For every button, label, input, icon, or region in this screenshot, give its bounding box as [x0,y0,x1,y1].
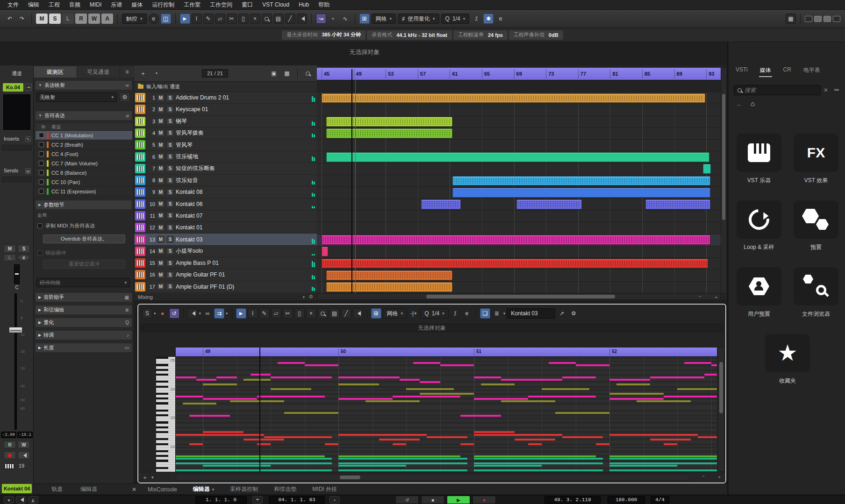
quantize-panel-icon[interactable]: e [462,308,472,319]
cc-row[interactable]: CC 4 (Foot) [36,149,132,159]
automation-M-button[interactable]: M [36,14,48,24]
scrollbar-thumb[interactable] [340,476,360,479]
midi-clip[interactable] [703,164,711,174]
quantize-panel-icon[interactable]: e [495,14,506,24]
chevron-down-icon[interactable]: ▾ [303,295,305,299]
midi-note[interactable] [481,383,515,385]
track-mute-button[interactable]: M [157,271,165,278]
scrollbar-thumb[interactable] [722,94,725,220]
midi-note[interactable] [609,393,664,395]
track-row[interactable]: 10MSKontakt 06 [134,199,317,210]
scrollbar-thumb[interactable] [719,362,723,413]
track-row[interactable]: 17MSAmple Guitar PF 01 (D) [134,281,317,293]
track-mute-button[interactable]: M [157,212,165,219]
track-solo-button[interactable]: S [166,283,174,290]
split-tool[interactable]: ✂ [227,14,237,24]
midi-note[interactable] [338,469,467,471]
midi-note[interactable] [176,455,325,457]
lock-icon[interactable]: ▪ [329,496,340,504]
midi-note[interactable] [176,462,332,464]
glue-tool[interactable]: ▯ [238,14,249,24]
zone-tab-和弦击垫[interactable]: 和弦击垫 [267,485,303,493]
inspector-section-1[interactable]: ▶音阶助手▦ [36,293,132,302]
audio-alignment-icon[interactable]: ∿ [340,14,351,24]
midi-note[interactable] [528,396,596,398]
midi-note[interactable] [650,439,691,440]
track-solo-button[interactable]: S [166,106,174,113]
play-tool[interactable] [297,14,307,24]
track-row[interactable]: 12MSKontakt 01 [134,222,317,234]
track-preset-icon[interactable]: ◔ [151,68,161,78]
editor-horizontal-scrollbar[interactable] [176,474,690,481]
track-row[interactable]: 11MSKontakt 07 [134,210,317,222]
midi-note[interactable] [413,362,440,364]
range-selection-tool[interactable]: I [192,14,202,24]
midi-note[interactable] [251,374,271,376]
track-mute-button[interactable]: M [157,236,165,243]
chevron-down-icon[interactable]: ▾ [151,475,154,480]
pan-slider[interactable] [14,264,20,284]
track-mute-button[interactable]: M [157,153,165,160]
midi-note[interactable] [338,462,467,464]
midi-clip[interactable] [326,128,452,138]
track-solo-button[interactable]: S [166,177,174,184]
right-zone-toggle-icon[interactable] [824,16,831,22]
midi-clip[interactable] [516,199,582,209]
checkbox[interactable] [37,250,43,256]
note-display[interactable] [176,357,717,472]
midi-note[interactable] [230,400,284,402]
media-tile[interactable]: ★收藏夹 [763,334,812,385]
midi-note[interactable] [216,376,237,378]
clear-search-icon[interactable]: ✕ [824,87,828,93]
midi-clip[interactable] [452,188,710,198]
position-display[interactable]: 49. 3. 2.119 [544,496,601,504]
setup-window-layout-icon[interactable] [833,16,840,22]
inspector-section-4[interactable]: ▶转调♪ [36,331,132,340]
apply-quantize-icon[interactable]: ⁒ [450,308,460,319]
channel-edit-button[interactable]: e [18,254,30,261]
snap-icon[interactable]: ⊞ [371,308,381,319]
automation-S-button[interactable]: S [49,14,61,24]
track-mute-button[interactable]: M [157,177,165,184]
midi-note[interactable] [474,469,603,471]
midi-clip[interactable] [322,93,705,103]
track-mute-button[interactable]: M [157,200,165,207]
editor-mute-tool[interactable]: × [306,308,316,319]
output-routing-badge[interactable]: Kontakt 04 [2,484,32,493]
midi-note[interactable] [379,439,420,440]
track-mute-button[interactable]: M [157,248,165,255]
acoustic-feedback-icon[interactable] [187,308,198,319]
track-row[interactable]: 9MSKontakt 08 [134,186,317,198]
midi-note[interactable] [528,443,542,445]
checkbox[interactable] [39,133,44,138]
zoom-in-icon[interactable]: ＋ [714,294,718,300]
midi-clip[interactable] [326,282,452,292]
midi-clip[interactable] [452,176,710,186]
midi-note[interactable] [189,443,203,445]
midi-note[interactable] [515,439,555,440]
inserts-section-label[interactable]: Inserts [4,136,19,142]
midi-note[interactable] [183,403,217,405]
track-row[interactable]: 2MSKeyscape 01 [134,104,317,115]
menu-item-音频[interactable]: 音频 [64,0,85,10]
track-solo-button[interactable]: S [166,200,174,207]
link-projects-icon[interactable]: ∞ [202,308,213,319]
note-expression-section[interactable]: ▼音符表达⧄ [36,111,132,120]
automation-A-button[interactable]: A [101,14,113,24]
tab-visible-channels[interactable]: 可见通道 [77,66,121,78]
media-tile[interactable]: FXVST 效果 [791,134,841,185]
midi-note[interactable] [616,383,651,385]
midi-clip[interactable] [645,199,710,209]
media-tile[interactable]: 预置 [791,200,841,251]
inspector-section-2[interactable]: ▶和弦编辑≣ [36,305,132,314]
read-automation-button[interactable]: R [4,441,16,448]
zone-tab-MixConsole[interactable]: MixConsole [141,485,184,493]
menu-item-工作室[interactable]: 工作室 [179,0,205,10]
midi-note[interactable] [555,412,609,414]
midi-clip[interactable] [326,117,452,127]
midi-activity-icon[interactable] [16,496,26,504]
midi-note[interactable] [338,465,406,467]
checkbox[interactable] [39,189,44,194]
track-row[interactable]: 8MS弦乐短音 [134,175,317,186]
midi-note[interactable] [176,469,332,471]
